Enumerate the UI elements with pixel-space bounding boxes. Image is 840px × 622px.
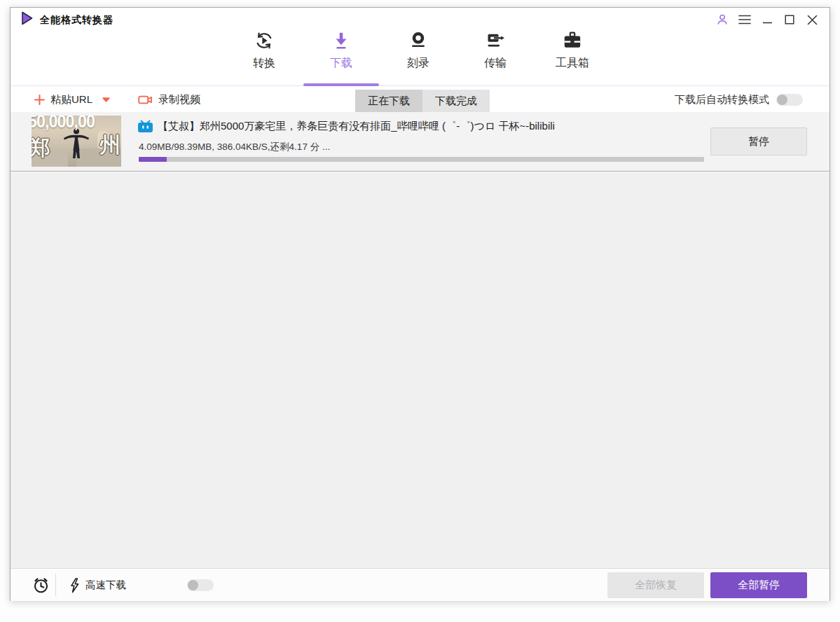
maximize-icon[interactable] — [782, 12, 797, 27]
video-thumbnail: 50,000,00 郑 州 — [32, 116, 121, 167]
paste-url-label: 粘贴URL — [50, 93, 92, 106]
tab-label: 工具箱 — [556, 56, 589, 71]
toolbar: 粘贴URL 录制视频 正在下载 下载完成 下载后自动转换模式 — [11, 87, 829, 112]
plus-icon — [34, 95, 45, 105]
close-icon[interactable] — [804, 12, 820, 27]
tab-label: 传输 — [484, 56, 507, 71]
tab-transfer[interactable]: 传输 — [457, 27, 534, 86]
progress-bar — [139, 157, 704, 162]
footer-divider — [55, 574, 56, 596]
tab-burn[interactable]: 刻录 — [380, 27, 457, 86]
pause-all-button[interactable]: 全部暂停 — [710, 572, 807, 598]
camera-icon — [138, 94, 153, 106]
desktop-background: 全能格式转换器 — [0, 0, 840, 622]
menu-icon[interactable] — [737, 12, 752, 27]
header: 全能格式转换器 — [11, 8, 829, 86]
minimize-icon[interactable] — [759, 12, 775, 27]
high-speed-toggle[interactable] — [187, 579, 214, 591]
tab-convert[interactable]: 转换 — [226, 27, 303, 86]
segment-completed[interactable]: 下载完成 — [422, 90, 490, 112]
tab-toolbox[interactable]: 工具箱 — [534, 27, 611, 86]
toolbox-icon — [562, 30, 583, 51]
paste-url-button[interactable]: 粘贴URL — [34, 87, 110, 112]
progress-bar-fill — [139, 157, 167, 162]
tab-label: 下载 — [330, 56, 352, 71]
main-nav: 转换 下载 — [226, 27, 611, 86]
user-icon[interactable] — [715, 12, 730, 27]
download-item-row[interactable]: 50,000,00 郑 州 【艾叔】郑州5000万豪宅里，养条巨贵有没有排面_哔… — [11, 112, 829, 172]
tab-label: 刻录 — [407, 56, 429, 71]
record-video-button[interactable]: 录制视频 — [138, 87, 200, 112]
tab-label: 转换 — [253, 56, 275, 71]
resume-all-button[interactable]: 全部恢复 — [607, 572, 704, 598]
auto-convert-label: 下载后自动转换模式 — [675, 93, 769, 106]
thumbnail-headline-text: 50,000,00 — [32, 116, 119, 132]
caret-down-icon[interactable] — [102, 97, 110, 102]
auto-convert-setting: 下载后自动转换模式 — [675, 87, 803, 112]
toggle-knob — [777, 95, 787, 105]
lightning-icon — [69, 578, 79, 593]
thumbnail-left-character: 郑 — [32, 134, 50, 163]
download-status-text: 4.09MB/98.39MB, 386.04KB/S,还剩4.17 分 ... — [139, 141, 330, 153]
toggle-knob — [188, 580, 198, 590]
transfer-icon — [485, 30, 506, 51]
logo-play-icon — [19, 11, 34, 26]
footer: 高速下载 全部恢复 全部暂停 — [11, 568, 829, 601]
thumbnail-right-character: 州 — [99, 131, 121, 160]
app-window: 全能格式转换器 — [10, 7, 830, 601]
alarm-clock-icon[interactable] — [31, 575, 50, 595]
high-speed-setting: 高速下载 — [69, 569, 214, 602]
app-title: 全能格式转换器 — [40, 14, 113, 27]
window-controls — [715, 12, 820, 27]
burn-icon — [408, 30, 429, 51]
download-list-empty-area — [11, 172, 829, 568]
convert-icon — [254, 30, 275, 51]
download-icon — [331, 30, 352, 51]
high-speed-label: 高速下载 — [85, 579, 126, 592]
download-filter-segments: 正在下载 下载完成 — [355, 90, 490, 112]
pause-button[interactable]: 暂停 — [710, 127, 807, 156]
segment-downloading[interactable]: 正在下载 — [355, 90, 422, 112]
download-title: 【艾叔】郑州5000万豪宅里，养条巨贵有没有排面_哔哩哔哩 (゜-゜)つロ 干杯… — [158, 120, 697, 133]
active-tab-underline — [303, 83, 379, 86]
record-video-label: 录制视频 — [158, 93, 200, 106]
tab-download[interactable]: 下载 — [303, 27, 380, 86]
auto-convert-toggle[interactable] — [776, 94, 803, 106]
bilibili-icon — [137, 120, 153, 133]
